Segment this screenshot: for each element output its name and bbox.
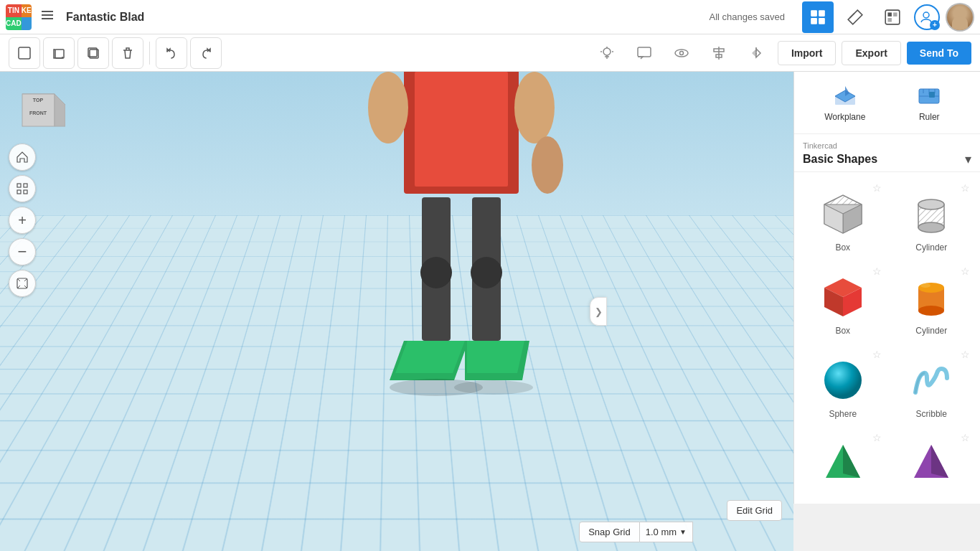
edit-grid-button[interactable]: Edit Grid — [727, 500, 782, 521]
workplane-label: Workplane — [824, 112, 865, 122]
export-button[interactable]: Export — [842, 41, 900, 65]
cylinder-gray-label: Cylinder — [915, 242, 947, 253]
shape-item-pyramid-green[interactable]: ☆ — [800, 428, 886, 498]
svg-point-84 — [824, 362, 862, 399]
svg-marker-88 — [931, 445, 948, 478]
svg-line-7 — [849, 13, 854, 18]
blocks-button[interactable] — [877, 1, 908, 33]
delete-button[interactable] — [112, 37, 143, 69]
svg-rect-11 — [887, 18, 891, 22]
light-icon[interactable] — [591, 37, 623, 69]
sidebar-header: Tinkercad Basic Shapes ▾ — [794, 134, 980, 172]
favorite-icon[interactable]: ☆ — [872, 349, 882, 360]
zoom-in-button[interactable]: + — [9, 207, 36, 234]
favorite-icon[interactable]: ☆ — [872, 432, 882, 443]
shape-item-cylinder-orange[interactable]: ☆ Cylinder — [889, 261, 975, 342]
favorite-icon[interactable]: ☆ — [872, 182, 882, 194]
svg-point-17 — [603, 48, 611, 55]
svg-point-76 — [918, 222, 944, 232]
svg-point-32 — [368, 72, 408, 143]
cylinder-gray-image — [903, 184, 960, 241]
svg-point-83 — [920, 283, 930, 288]
redo-button[interactable] — [190, 37, 222, 69]
paste-button[interactable] — [77, 37, 109, 69]
svg-rect-13 — [19, 47, 30, 59]
pyramid-purple-image — [903, 433, 960, 491]
shape-item-sphere-blue[interactable]: ☆ Sphe — [800, 344, 886, 425]
copy-button[interactable] — [43, 37, 75, 69]
favorite-icon[interactable]: ☆ — [961, 182, 970, 194]
new-button[interactable] — [9, 37, 40, 69]
box-red-label: Box — [835, 326, 850, 336]
svg-rect-52 — [17, 190, 21, 194]
box-gray-label: Box — [835, 242, 850, 253]
cube-svg: TOP FRONT — [11, 83, 65, 137]
svg-rect-1 — [42, 14, 53, 16]
shape-item-box-gray[interactable]: ☆ — [800, 178, 886, 258]
favorite-icon[interactable]: ☆ — [961, 349, 970, 360]
grid-view-button[interactable] — [802, 1, 834, 33]
cylinder-orange-label: Cylinder — [915, 326, 947, 336]
shapes-grid: ☆ — [794, 172, 980, 504]
svg-rect-50 — [17, 184, 21, 187]
svg-rect-3 — [811, 10, 817, 17]
sidebar-dropdown[interactable]: Basic Shapes ▾ — [803, 151, 971, 167]
svg-point-37 — [420, 257, 452, 288]
avatar-image — [947, 4, 973, 30]
sidebar-title: Basic Shapes — [803, 153, 877, 166]
svg-point-12 — [923, 12, 929, 18]
add-user-button[interactable]: + — [914, 4, 940, 30]
box-red-image — [814, 267, 872, 324]
3d-figure — [311, 72, 598, 438]
logo-tl: TIN — [6, 4, 22, 17]
svg-marker-41 — [395, 341, 465, 373]
zoom-out-button[interactable]: − — [9, 238, 36, 265]
home-button[interactable] — [9, 143, 36, 171]
canvas-area[interactable]: TOP FRONT + − Edit Grid Snap Grid — [0, 72, 793, 551]
ruler-button[interactable]: Ruler — [887, 77, 972, 128]
svg-rect-67 — [929, 92, 935, 98]
fit-button[interactable] — [9, 175, 36, 202]
avatar[interactable] — [946, 3, 974, 32]
workplane-button[interactable]: Workplane — [803, 77, 887, 128]
view-cube[interactable]: TOP FRONT — [11, 83, 62, 133]
eye-icon[interactable] — [666, 37, 697, 69]
import-button[interactable]: Import — [778, 41, 837, 65]
build-button[interactable] — [839, 1, 871, 33]
scribble-image — [903, 350, 960, 408]
collapse-sidebar-button[interactable]: ❯ — [590, 297, 607, 326]
svg-point-44 — [454, 380, 533, 395]
shape-item-pyramid-purple[interactable]: ☆ — [889, 428, 975, 498]
favorite-icon[interactable]: ☆ — [961, 265, 970, 277]
perspective-button[interactable] — [9, 270, 36, 297]
list-icon[interactable] — [40, 8, 55, 26]
svg-rect-0 — [42, 11, 53, 12]
shape-item-box-red[interactable]: ☆ Box — [800, 261, 886, 342]
svg-text:TOP: TOP — [33, 98, 44, 103]
comment-icon[interactable] — [628, 37, 660, 69]
snap-grid-dropdown-arrow[interactable]: ▼ — [679, 528, 687, 536]
toolbar: Import Export Send To — [0, 34, 980, 72]
favorite-icon[interactable]: ☆ — [961, 432, 970, 443]
shape-item-cylinder-gray[interactable]: ☆ Cylinder — [889, 178, 975, 258]
svg-rect-6 — [819, 18, 825, 24]
align-icon[interactable] — [703, 37, 735, 69]
favorite-icon[interactable]: ☆ — [872, 265, 882, 277]
shape-item-scribble[interactable]: ☆ Scribble — [889, 344, 975, 425]
left-controls: + − — [9, 143, 36, 297]
sphere-blue-image — [814, 350, 872, 408]
tinkercad-logo[interactable]: TIN KER CAD — [6, 4, 32, 30]
svg-point-22 — [675, 50, 688, 57]
svg-marker-28 — [752, 49, 756, 57]
sidebar-wrapper: Workplane Ruler — [793, 72, 980, 551]
logo-br — [22, 17, 32, 30]
undo-button[interactable] — [156, 37, 187, 69]
project-title[interactable]: Fantastic Blad — [66, 11, 144, 24]
pyramid-green-image — [814, 433, 872, 491]
toolbar-separator — [149, 42, 150, 65]
snap-grid-value[interactable]: 1.0 mm ▼ — [640, 522, 693, 542]
svg-rect-2 — [42, 18, 53, 19]
snap-grid-label: Snap Grid — [579, 522, 640, 542]
send-to-button[interactable]: Send To — [907, 42, 971, 65]
mirror-icon[interactable] — [740, 37, 772, 69]
